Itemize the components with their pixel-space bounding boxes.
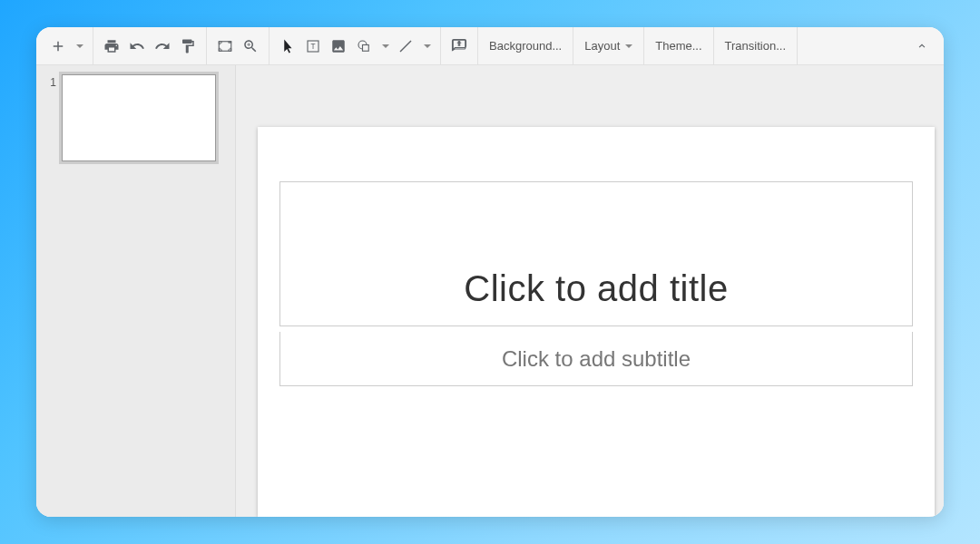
print-button[interactable] — [99, 34, 124, 59]
caret-down-icon — [382, 44, 389, 48]
plus-icon — [50, 38, 66, 54]
undo-button[interactable] — [124, 34, 150, 59]
transition-button[interactable]: Transition... — [714, 27, 798, 64]
toolbar: T Background... — [36, 27, 944, 65]
zoom-group — [207, 27, 270, 64]
layout-label: Layout — [584, 39, 620, 53]
theme-button[interactable]: Theme... — [644, 27, 713, 64]
fit-button[interactable] — [212, 34, 238, 59]
caret-down-icon — [625, 44, 632, 48]
shape-button[interactable] — [351, 34, 377, 59]
shape-dropdown[interactable] — [377, 34, 393, 59]
toolbar-spacer — [798, 27, 904, 64]
chevron-up-icon — [916, 40, 928, 53]
line-icon — [397, 38, 414, 54]
title-placeholder[interactable]: Click to add title — [279, 181, 913, 326]
slide-number: 1 — [45, 74, 56, 161]
theme-label: Theme... — [655, 39, 701, 53]
new-slide-dropdown[interactable] — [71, 34, 87, 59]
zoom-icon — [242, 38, 259, 54]
slide-canvas[interactable]: Click to add title Click to add subtitle — [258, 127, 935, 517]
layout-button[interactable]: Layout — [573, 27, 644, 64]
print-icon — [103, 38, 120, 54]
shape-icon — [356, 38, 372, 54]
paint-format-button[interactable] — [175, 34, 201, 59]
caret-down-icon — [424, 44, 431, 48]
image-icon — [330, 38, 347, 54]
content-area: 1 Click to add title Click to add subtit… — [36, 65, 944, 517]
text-box-button[interactable]: T — [300, 34, 326, 59]
new-slide-button[interactable] — [45, 34, 71, 59]
undo-icon — [129, 38, 145, 54]
collapse-toolbar-button[interactable] — [904, 27, 940, 64]
svg-rect-4 — [363, 44, 369, 51]
new-slide-group — [40, 27, 93, 64]
select-tool-button[interactable] — [275, 34, 300, 59]
svg-line-5 — [400, 41, 411, 52]
file-actions-group — [93, 27, 207, 64]
zoom-button[interactable] — [238, 34, 263, 59]
paint-roller-icon — [180, 38, 196, 54]
line-dropdown[interactable] — [418, 34, 435, 59]
subtitle-placeholder[interactable]: Click to add subtitle — [279, 332, 913, 386]
comment-group — [441, 27, 478, 64]
insert-tools-group: T — [270, 27, 441, 64]
canvas-area[interactable]: Click to add title Click to add subtitle — [236, 65, 944, 517]
caret-down-icon — [76, 44, 83, 48]
svg-text:T: T — [310, 43, 315, 51]
slide-panel[interactable]: 1 — [36, 65, 236, 517]
slide-thumbnail[interactable] — [62, 74, 216, 161]
cursor-icon — [279, 38, 296, 54]
slide-thumbnail-row: 1 — [45, 74, 226, 161]
transition-label: Transition... — [725, 39, 786, 53]
fit-icon — [217, 38, 233, 54]
image-button[interactable] — [326, 34, 351, 59]
text-box-icon: T — [305, 38, 321, 54]
comment-button[interactable] — [446, 34, 472, 59]
redo-icon — [154, 38, 171, 54]
background-label: Background... — [489, 39, 562, 53]
slides-editor-window: T Background... — [36, 27, 944, 517]
comment-icon — [451, 38, 467, 54]
redo-button[interactable] — [150, 34, 175, 59]
background-button[interactable]: Background... — [478, 27, 573, 64]
line-button[interactable] — [393, 34, 418, 59]
